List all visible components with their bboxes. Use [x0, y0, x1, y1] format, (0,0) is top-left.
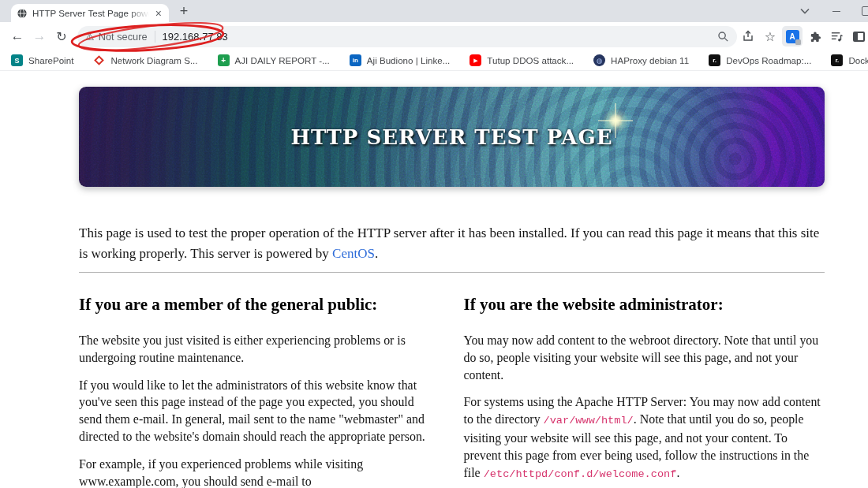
drawio-diamond-icon [95, 55, 105, 65]
paragraph: You may now add content to the webroot d… [464, 332, 825, 383]
not-secure-warning-icon: ⚠ [85, 31, 95, 43]
bookmark-label: Tutup DDOS attack... [487, 55, 574, 65]
google-sheets-icon: + [218, 54, 230, 66]
youtube-icon: ▶ [470, 54, 481, 66]
url-text[interactable]: 192.168.77.83 [163, 31, 228, 43]
address-divider [155, 31, 155, 43]
roadmap-sh-icon: r. [831, 54, 843, 66]
code-span: /etc/httpd/conf.d/welcome.conf [484, 468, 677, 480]
paragraph: If you would like to let the administrat… [79, 377, 440, 445]
paragraph: The website you just visited is either e… [79, 332, 440, 367]
tab-search-chevron-icon[interactable] [792, 0, 817, 22]
bookmark-item[interactable]: S SharePoint [11, 54, 73, 66]
address-bar[interactable]: ⚠ Not secure 192.168.77.83 [77, 26, 737, 47]
bookmark-star-icon[interactable]: ☆ [759, 25, 781, 47]
sharepoint-icon: S [11, 54, 23, 66]
horizontal-rule [79, 272, 825, 273]
browser-tab[interactable]: HTTP Server Test Page powered × [11, 4, 169, 22]
bookmark-label: SharePoint [28, 55, 73, 65]
minimize-icon[interactable] [824, 0, 849, 22]
forward-button[interactable]: → [28, 25, 51, 47]
back-button[interactable]: ← [6, 25, 28, 47]
bookmark-item[interactable]: + AJI DAILY REPORT -... [218, 54, 330, 66]
page-title: HTTP SERVER TEST PAGE [79, 87, 825, 187]
paragraph: For systems using the Apache HTTP Server… [464, 393, 825, 482]
tab-close-icon[interactable]: × [154, 8, 163, 19]
text-span: . [676, 466, 679, 479]
bookmark-label: HAProxy debian 11 [611, 55, 689, 65]
media-controls-icon[interactable] [825, 25, 847, 47]
search-icon[interactable] [717, 31, 729, 43]
bookmark-label: Aji Budiono | Linke... [367, 55, 451, 65]
browser-titlebar: HTTP Server Test Page powered × + [0, 0, 868, 22]
bookmarks-bar: S SharePoint Network Diagram S... + AJI … [0, 50, 868, 71]
roadmap-sh-icon: r. [709, 54, 720, 66]
column-general-public: If you are a member of the general publi… [79, 295, 440, 488]
haproxy-icon: ◍ [593, 54, 605, 66]
globe-icon [17, 8, 28, 19]
bookmark-label: AJI DAILY REPORT -... [235, 55, 330, 65]
bookmark-item[interactable]: Network Diagram S... [93, 55, 197, 65]
text-span: The website you just visited is either e… [79, 333, 406, 364]
browser-toolbar: ← → ↻ ⚠ Not secure 192.168.77.83 ☆ A [0, 22, 868, 50]
bookmark-item[interactable]: ◍ HAProxy debian 11 [593, 54, 689, 66]
maximize-icon[interactable] [854, 0, 868, 22]
centos-link[interactable]: CentOS [332, 246, 375, 261]
text-span: For example, if you experienced problems… [79, 457, 363, 488]
linkedin-icon: in [350, 54, 361, 66]
bookmark-item[interactable]: r. Docker Roadmap -... [831, 54, 868, 66]
two-column-section: If you are a member of the general publi… [79, 295, 825, 488]
translate-icon[interactable]: A [781, 25, 803, 47]
text-span: This page is used to test the proper ope… [79, 225, 819, 261]
text-span: You may now add content to the webroot d… [464, 333, 819, 382]
text-span: If you would like to let the administrat… [79, 378, 425, 443]
new-tab-button[interactable]: + [174, 2, 194, 20]
not-secure-label[interactable]: Not secure [99, 31, 148, 43]
text-span: . [375, 246, 378, 261]
intro-paragraph: This page is used to test the proper ope… [79, 223, 825, 264]
bookmark-label: Docker Roadmap -... [848, 55, 868, 65]
tab-title: HTTP Server Test Page powered [32, 8, 149, 18]
column-heading: If you are a member of the general publi… [79, 295, 440, 315]
extensions-puzzle-icon[interactable] [803, 25, 825, 47]
reload-button[interactable]: ↻ [51, 25, 73, 47]
side-panel-icon[interactable] [847, 25, 868, 47]
column-heading: If you are the website administrator: [464, 295, 825, 315]
code-span: /var/www/html/ [544, 415, 634, 427]
bookmark-item[interactable]: ▶ Tutup DDOS attack... [470, 54, 574, 66]
bookmark-label: Network Diagram S... [110, 55, 197, 65]
paragraph: For example, if you experienced problems… [79, 456, 440, 488]
column-website-administrator: If you are the website administrator: Yo… [464, 295, 825, 488]
share-icon[interactable] [737, 25, 759, 47]
bookmark-item[interactable]: in Aji Budiono | Linke... [350, 54, 451, 66]
bookmark-item[interactable]: r. DevOps Roadmap:... [709, 54, 811, 66]
banner-image: HTTP SERVER TEST PAGE [79, 87, 825, 187]
bookmark-label: DevOps Roadmap:... [726, 55, 811, 65]
